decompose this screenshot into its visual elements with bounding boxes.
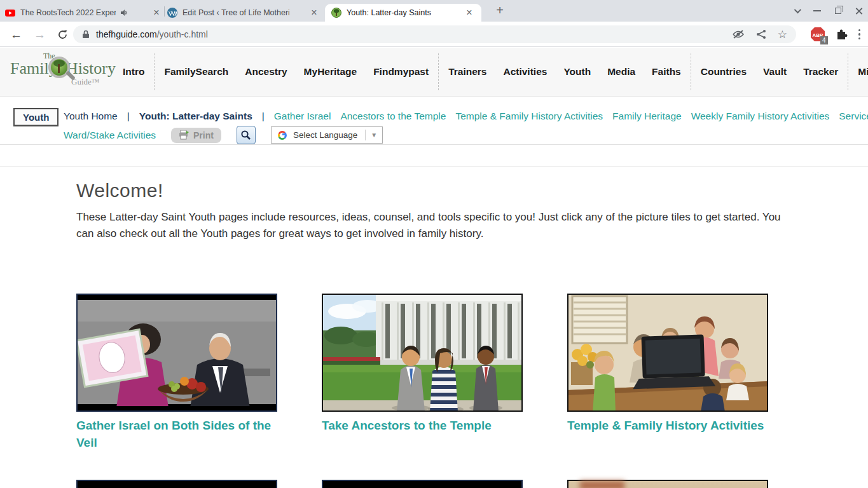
nav-countries[interactable]: Countries (692, 66, 755, 78)
tile-row-1: Gather Israel on Both Sides of the Veil (76, 294, 768, 451)
address-bar[interactable]: thefhguide.com/youth-c.html ☆ (73, 25, 796, 43)
tile-temple-fh-activities[interactable]: Temple & Family History Activities (567, 294, 768, 451)
tile-image-gather-israel[interactable] (76, 294, 277, 412)
wordpress-icon (167, 8, 177, 18)
link-service[interactable]: Service (839, 111, 868, 122)
link-family-heritage[interactable]: Family Heritage (612, 111, 682, 122)
fhguide-icon (331, 8, 341, 18)
nav-faiths[interactable]: Faiths (644, 66, 689, 78)
extensions-puzzle-icon[interactable] (836, 28, 848, 41)
forward-icon[interactable]: → (34, 28, 46, 42)
tab-youth-lds-active[interactable]: Youth: Latter-day Saints × (325, 4, 481, 22)
tile-partial-video-1[interactable] (76, 480, 277, 488)
nav-intro[interactable]: Intro (114, 66, 153, 78)
google-translate-widget[interactable]: Select Language ▼ (271, 126, 383, 144)
link-temple-fh-activities[interactable]: Temple & Family History Activities (455, 111, 603, 122)
translate-label: Select Language (293, 130, 357, 140)
tile-row-2 (76, 480, 768, 488)
minimize-icon[interactable] (813, 10, 821, 11)
window-controls (794, 0, 863, 22)
nav-divider (154, 53, 155, 90)
url-domain: thefhguide.com (96, 29, 157, 39)
tile-image-temple-fh-activities[interactable] (567, 294, 768, 412)
link-weekly-fh-activities[interactable]: Weekly Family History Activities (691, 111, 830, 122)
nav-vault[interactable]: Vault (755, 66, 795, 78)
lock-icon[interactable] (82, 30, 90, 39)
nav-media[interactable]: Media (599, 66, 644, 78)
tile-partial-photo[interactable] (567, 480, 768, 488)
menu-dots-icon[interactable] (858, 29, 861, 40)
omnibox-icons: ☆ (732, 28, 787, 41)
tab-audio-icon[interactable] (120, 8, 128, 17)
link-ward-stake-activities[interactable]: Ward/Stake Activities (64, 130, 156, 141)
close-window-icon[interactable] (855, 7, 863, 15)
search-icon (240, 130, 251, 140)
site-header: The Family History Guide™ Intro FamilySe… (0, 48, 868, 97)
url-path: /youth-c.html (157, 29, 208, 39)
tab-strip: The RootsTech 2022 Experie × Edit Post ‹… (0, 0, 868, 22)
url-text: thefhguide.com/youth-c.html (96, 29, 208, 39)
nav-findmypast[interactable]: Findmypast (365, 66, 437, 78)
tab-close-icon[interactable]: × (308, 8, 320, 18)
nav-trainers[interactable]: Trainers (440, 66, 495, 78)
printer-icon (179, 130, 189, 140)
nav-divider (848, 53, 848, 90)
eye-off-icon[interactable] (732, 29, 745, 39)
nav-divider (691, 53, 691, 90)
share-icon[interactable] (756, 29, 766, 39)
nav-ancestry[interactable]: Ancestry (237, 66, 295, 78)
google-g-icon (277, 130, 288, 141)
youtube-icon (5, 8, 15, 18)
current-page-label: Youth: Latter-day Saints (139, 111, 252, 122)
bookmark-star-icon[interactable]: ☆ (778, 28, 787, 41)
site-logo[interactable]: The Family History Guide™ (10, 51, 112, 93)
adblock-icon[interactable]: ABP 4 (810, 27, 825, 42)
nav-misc[interactable]: Misc. (850, 66, 868, 78)
toolbar-right-icons: ABP 4 (810, 25, 861, 43)
tab-separator (164, 6, 165, 17)
nav-tracker[interactable]: Tracker (795, 66, 846, 78)
print-label: Print (193, 130, 214, 140)
print-button[interactable]: Print (171, 128, 221, 143)
link-youth-home[interactable]: Youth Home (64, 111, 118, 122)
tab-title: Youth: Latter-day Saints (347, 8, 431, 17)
subnav-row-2: Ward/Stake Activities Print Select Langu… (64, 126, 383, 144)
main-navigation: Intro FamilySearch Ancestry MyHeritage F… (114, 48, 868, 96)
translate-caret-icon: ▼ (371, 132, 377, 139)
subnav-pipe: | (262, 111, 265, 122)
translate-divider (365, 130, 366, 140)
tile-caption-ancestors-temple[interactable]: Take Ancestors to the Temple (322, 417, 523, 434)
tile-partial-video-2[interactable] (322, 480, 523, 488)
tab-title: Edit Post ‹ Tree of Life Mothering (183, 8, 289, 17)
intro-paragraph: These Latter-day Saint Youth pages inclu… (76, 209, 783, 242)
tile-caption-gather-israel[interactable]: Gather Israel on Both Sides of the Veil (76, 417, 277, 451)
adblock-badge: 4 (820, 36, 828, 44)
tab-close-icon[interactable]: × (151, 8, 162, 18)
restore-icon[interactable] (835, 8, 841, 14)
subnav-row-1: Youth Home | Youth: Latter-day Saints | … (64, 111, 868, 122)
browser-window: The RootsTech 2022 Experie × Edit Post ‹… (0, 0, 868, 488)
tile-caption-temple-fh-activities[interactable]: Temple & Family History Activities (567, 417, 768, 434)
magnifier-tree-icon (48, 57, 74, 82)
youth-section-button[interactable]: Youth (13, 108, 59, 126)
nav-familysearch[interactable]: FamilySearch (156, 66, 237, 78)
tab-close-icon[interactable]: × (464, 8, 475, 18)
back-icon[interactable]: ← (10, 28, 22, 42)
header-spacer-band (0, 145, 868, 166)
tab-wordpress[interactable]: Edit Post ‹ Tree of Life Mothering × (167, 4, 320, 22)
link-gather-israel[interactable]: Gather Israel (274, 111, 331, 122)
search-button[interactable] (237, 126, 256, 144)
new-tab-button[interactable]: + (492, 3, 508, 19)
tile-ancestors-temple[interactable]: Take Ancestors to the Temple (322, 294, 523, 451)
subnav-pipe: | (127, 111, 130, 122)
reload-icon[interactable] (57, 29, 68, 40)
youth-subnav: Youth Youth Home | Youth: Latter-day Sai… (0, 97, 868, 145)
tab-rootstech[interactable]: The RootsTech 2022 Experie × (5, 4, 162, 22)
nav-youth[interactable]: Youth (555, 66, 599, 78)
tile-gather-israel[interactable]: Gather Israel on Both Sides of the Veil (76, 294, 277, 451)
tile-image-ancestors-temple[interactable] (322, 294, 523, 412)
link-ancestors-temple[interactable]: Ancestors to the Temple (340, 111, 446, 122)
nav-myheritage[interactable]: MyHeritage (296, 66, 366, 78)
tab-search-chevron-icon[interactable] (794, 6, 801, 13)
nav-activities[interactable]: Activities (495, 66, 555, 78)
